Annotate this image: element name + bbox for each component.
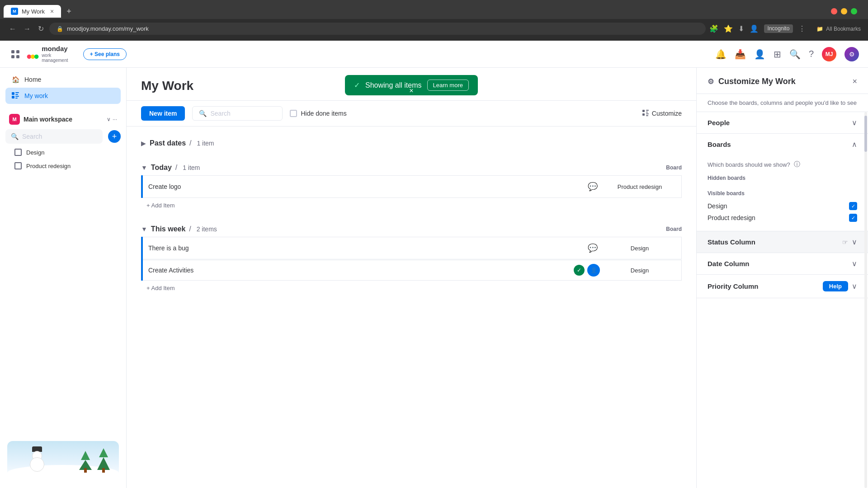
url-bar[interactable]: 🔒 moodjoy.monday.com/my_work [49, 23, 706, 35]
this-week-items: There is a bug 💬 Design Create Activitie… [141, 237, 682, 281]
this-week-header[interactable]: ▼ This week / 2 items [141, 221, 217, 237]
item-icons-activities: ✓ 👤 [574, 264, 600, 277]
svg-point-6 [34, 54, 38, 58]
tab-close-button[interactable]: × [50, 8, 54, 15]
svg-rect-14 [646, 110, 649, 111]
global-search-icon[interactable]: 🔍 [789, 49, 801, 60]
board-check-design-label: Design [708, 202, 727, 210]
extensions-icon[interactable]: 🧩 [709, 24, 718, 33]
forward-button[interactable]: → [22, 23, 33, 35]
this-week-slash: / [189, 225, 191, 233]
apps-grid-icon[interactable] [9, 48, 21, 61]
sidebar-search-icon: 🔍 [11, 133, 19, 140]
design-checkbox[interactable]: ✓ [849, 202, 857, 210]
panel-scrollbar-thumb[interactable] [864, 116, 867, 152]
my-work-nav-item[interactable]: My work [5, 88, 121, 104]
add-user-icon[interactable]: 👤 [754, 49, 765, 60]
boards-chevron: ∧ [852, 140, 857, 149]
new-item-button[interactable]: New item [141, 106, 185, 121]
download-icon[interactable]: ⬇ [738, 24, 744, 33]
board-item-product-redesign[interactable]: Product redesign [11, 159, 115, 173]
settings-icon[interactable]: ⚙ [844, 47, 859, 61]
browser-actions: 🧩 ⭐ ⬇ 👤 Incognito ⋮ [709, 24, 806, 33]
board-check-design[interactable]: Design ✓ [708, 200, 857, 212]
chat-icon-1[interactable]: 💬 [585, 179, 600, 194]
window-maximize-dot[interactable] [851, 8, 857, 14]
notification-close-button[interactable]: × [400, 82, 422, 99]
workspace-header[interactable]: M Main workspace ∨ ··· [5, 111, 121, 127]
customize-icon [642, 109, 649, 118]
panel-scrollbar-track [864, 112, 867, 488]
profile-icon[interactable]: 👤 [750, 24, 759, 33]
panel-subtitle: Choose the boards, columns and people yo… [697, 94, 868, 112]
date-column-title: Date Column [708, 260, 750, 267]
customize-button[interactable]: Customize [642, 109, 682, 118]
people-chevron: ∨ [852, 118, 857, 127]
bookmarks-icon[interactable]: ⭐ [724, 24, 733, 33]
home-nav-item[interactable]: 🏠 Home [5, 71, 121, 88]
this-week-toggle[interactable]: ▼ [141, 225, 147, 233]
item-create-activities[interactable]: Create Activities ✓ 👤 Design [143, 260, 682, 281]
board-item-design[interactable]: Design [11, 145, 115, 159]
learn-more-button[interactable]: Learn more [427, 80, 469, 91]
workspace-avatar: M [9, 114, 20, 125]
svg-rect-17 [646, 113, 649, 114]
customize-label: Customize [652, 110, 682, 117]
panel-close-button[interactable]: × [852, 77, 857, 86]
past-dates-toggle[interactable]: ▶ [141, 140, 146, 147]
my-work-icon [11, 91, 20, 100]
toolbar: New item 🔍 Search Hide done items [127, 101, 696, 127]
inbox-icon[interactable]: 📥 [735, 49, 746, 60]
notification-check-icon: ✓ [354, 81, 360, 89]
svg-rect-2 [11, 55, 14, 58]
notification-bell-icon[interactable]: 🔔 [715, 49, 726, 60]
this-week-add-item[interactable]: + Add Item [141, 281, 682, 295]
apps-marketplace-icon[interactable]: ⊞ [774, 49, 781, 60]
svg-rect-12 [15, 98, 18, 99]
check-circle-icon: ✓ [574, 265, 585, 276]
brand-name: monday [42, 45, 77, 53]
today-board-col-header: Board [666, 164, 682, 171]
sidebar-search-placeholder: Search [22, 133, 42, 140]
past-dates-title: Past dates [150, 139, 186, 147]
people-section-header[interactable]: People ∨ [697, 112, 868, 133]
window-close-dot[interactable] [831, 8, 837, 14]
window-minimize-dot[interactable] [841, 8, 847, 14]
help-button[interactable]: Help [823, 281, 848, 291]
board-label-design: Design [26, 149, 44, 156]
date-column-header[interactable]: Date Column ∨ [697, 253, 868, 274]
active-tab[interactable]: M My Work × [4, 5, 61, 18]
item-there-is-a-bug[interactable]: There is a bug 💬 Design [143, 237, 682, 259]
today-toggle[interactable]: ▼ [141, 164, 147, 171]
hide-done-label-text: Hide done items [301, 110, 346, 117]
user-avatar[interactable]: MJ [822, 47, 836, 61]
info-icon[interactable]: ⓘ [794, 160, 800, 169]
new-tab-button[interactable]: + [63, 5, 75, 18]
today-item-create-logo[interactable]: Create logo 💬 Product redesign [141, 175, 682, 198]
boards-section-header[interactable]: Boards ∧ [697, 134, 868, 155]
board-check-product-redesign[interactable]: Product redesign ✓ [708, 212, 857, 224]
people-section-title: People [708, 119, 730, 127]
see-plans-button[interactable]: + See plans [83, 48, 127, 60]
svg-rect-1 [16, 50, 19, 53]
past-dates-header[interactable]: ▶ Past dates / 1 item [141, 136, 682, 151]
status-column-cursor: ☞ [842, 239, 848, 246]
today-header[interactable]: ▼ Today / 1 item [141, 160, 200, 175]
priority-column-header[interactable]: Priority Column Help ∨ [697, 275, 868, 298]
workspace-more-icon[interactable]: ··· [113, 116, 117, 122]
help-icon[interactable]: ? [809, 49, 814, 59]
chat-icon-2[interactable]: 💬 [585, 241, 600, 255]
sidebar-search[interactable]: 🔍 Search [5, 129, 103, 144]
menu-icon[interactable]: ⋮ [798, 24, 806, 33]
product-redesign-checkbox[interactable]: ✓ [849, 214, 857, 222]
search-field[interactable]: 🔍 Search [192, 106, 283, 121]
hide-done-checkbox[interactable]: Hide done items [290, 110, 346, 117]
today-add-item[interactable]: + Add Item [141, 198, 682, 212]
back-button[interactable]: ← [7, 23, 18, 35]
refresh-button[interactable]: ↻ [36, 23, 46, 35]
date-column-section: Date Column ∨ [697, 253, 868, 275]
status-column-header[interactable]: Status Column ☞ ∨ [697, 231, 868, 253]
item-board-bug: Design [604, 245, 676, 252]
add-new-button[interactable]: + [108, 130, 121, 143]
panel-scroll-area: People ∨ Boards ∧ Which boards should we… [697, 112, 868, 488]
